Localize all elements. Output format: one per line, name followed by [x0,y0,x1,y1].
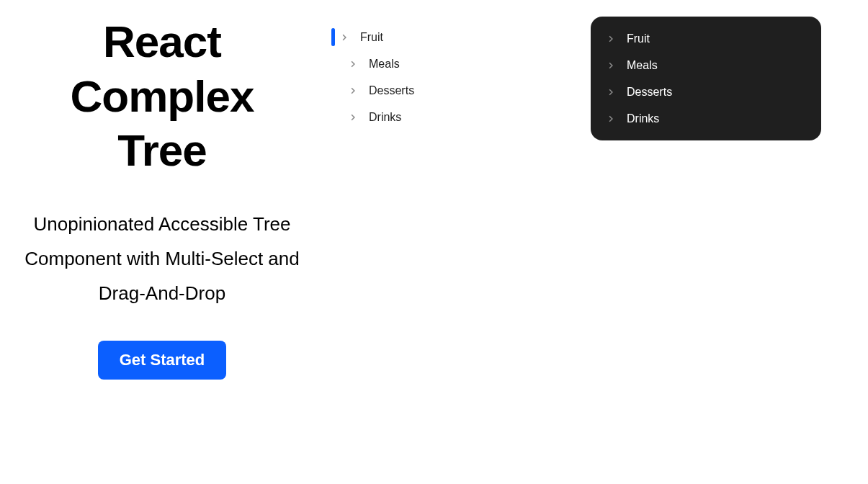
tree-item-drinks[interactable]: Drinks [591,105,821,132]
chevron-right-icon[interactable] [605,113,617,125]
selection-indicator [331,28,335,46]
chevron-right-icon[interactable] [605,33,617,45]
tree-item-fruit[interactable]: Fruit [331,24,569,50]
tree-item-desserts[interactable]: Desserts [331,77,569,104]
chevron-right-icon[interactable] [605,86,617,98]
page-title: React Complex Tree [22,14,303,178]
tree-item-label: Drinks [369,111,401,124]
tree-item-label: Fruit [627,32,650,45]
chevron-right-icon[interactable] [339,32,350,43]
chevron-right-icon[interactable] [347,112,359,123]
page-subtitle: Unopinionated Accessible Tree Component … [22,207,303,310]
tree-item-drinks[interactable]: Drinks [331,104,569,130]
chevron-right-icon[interactable] [605,60,617,71]
chevron-right-icon[interactable] [347,85,359,97]
tree-item-label: Desserts [369,84,414,97]
tree-item-fruit[interactable]: Fruit [591,25,821,52]
tree-item-label: Meals [369,58,400,71]
tree-item-label: Meals [627,59,658,72]
tree-item-label: Drinks [627,112,659,125]
tree-item-label: Desserts [627,86,672,99]
tree-item-meals[interactable]: Meals [591,52,821,79]
tree-item-meals[interactable]: Meals [331,50,569,77]
tree-item-label: Fruit [360,31,383,44]
chevron-right-icon[interactable] [347,58,359,70]
get-started-button[interactable]: Get Started [98,341,227,380]
tree-item-desserts[interactable]: Desserts [591,79,821,105]
tree-light: Fruit Meals Desserts Drinks [324,11,569,380]
hero-section: React Complex Tree Unopinionated Accessi… [22,11,303,380]
tree-dark: Fruit Meals Desserts Drinks [591,17,821,140]
